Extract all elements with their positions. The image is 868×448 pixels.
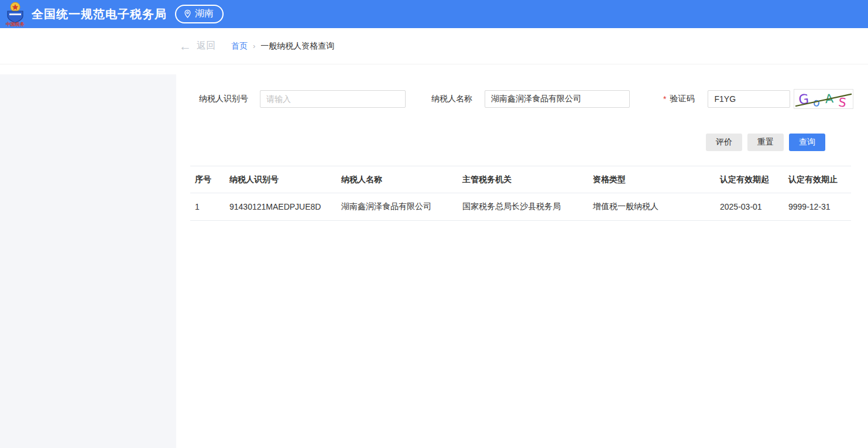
table-row: 1 91430121MAEDPJUE8D 湖南鑫润泽食品有限公司 国家税务总局长…	[190, 193, 851, 221]
col-header-qualification-type: 资格类型	[588, 166, 715, 193]
results-table: 序号 纳税人识别号 纳税人名称 主管税务机关 资格类型 认定有效期起 认定有效期…	[190, 166, 851, 221]
page-background: 纳税人识别号 纳税人名称 * 验证码 G o A S	[0, 74, 868, 448]
content-panel: 纳税人识别号 纳税人名称 * 验证码 G o A S	[176, 74, 868, 448]
taxpayer-name-group: 纳税人名称	[431, 90, 630, 108]
captcha-group: * 验证码 G o A S	[663, 89, 853, 109]
reset-button[interactable]: 重置	[747, 134, 784, 151]
col-header-taxpayer-name: 纳税人名称	[337, 166, 458, 193]
cell-valid-from: 2025-03-01	[715, 193, 784, 221]
location-label: 湖南	[195, 8, 214, 20]
query-button[interactable]: 查询	[789, 134, 825, 151]
captcha-letters: G o A S	[794, 90, 853, 108]
app-header: 中国税务 全国统一规范电子税务局 湖南	[0, 0, 868, 28]
breadcrumb-home-link[interactable]: 首页	[231, 41, 248, 52]
action-buttons: 评价 重置 查询	[176, 134, 868, 151]
location-pin-icon	[183, 9, 192, 18]
captcha-label: 验证码	[670, 94, 694, 104]
cell-qualification-type: 增值税一般纳税人	[588, 193, 715, 221]
logo-caption: 中国税务	[6, 22, 25, 26]
tax-bureau-logo-icon: 中国税务	[5, 2, 26, 26]
query-form: 纳税人识别号 纳税人名称 * 验证码 G o A S	[176, 89, 868, 109]
col-header-valid-from: 认定有效期起	[715, 166, 784, 193]
back-button[interactable]: 返回	[197, 40, 215, 52]
breadcrumb-bar: ← 返回 首页 › 一般纳税人资格查询	[0, 28, 868, 64]
taxpayer-name-input[interactable]	[485, 90, 630, 108]
app-title: 全国统一规范电子税务局	[32, 6, 167, 22]
taxpayer-id-group: 纳税人识别号	[199, 90, 406, 108]
col-header-taxpayer-id: 纳税人识别号	[225, 166, 337, 193]
breadcrumb-separator: ›	[253, 42, 255, 50]
cell-tax-authority: 国家税务总局长沙县税务局	[458, 193, 588, 221]
required-asterisk: *	[663, 94, 666, 104]
captcha-image[interactable]: G o A S	[794, 89, 853, 109]
taxpayer-id-label: 纳税人识别号	[199, 94, 248, 104]
evaluate-button[interactable]: 评价	[706, 134, 742, 151]
captcha-input[interactable]	[708, 90, 790, 108]
breadcrumb-current-page: 一般纳税人资格查询	[260, 41, 334, 52]
cell-valid-to: 9999-12-31	[784, 193, 851, 221]
col-header-seq: 序号	[190, 166, 225, 193]
cell-seq: 1	[190, 193, 225, 221]
back-arrow-icon[interactable]: ←	[179, 40, 191, 52]
location-selector[interactable]: 湖南	[175, 5, 224, 23]
cell-taxpayer-name: 湖南鑫润泽食品有限公司	[337, 193, 458, 221]
cell-taxpayer-id: 91430121MAEDPJUE8D	[225, 193, 337, 221]
col-header-valid-to: 认定有效期止	[784, 166, 851, 193]
col-header-tax-authority: 主管税务机关	[458, 166, 588, 193]
table-header-row: 序号 纳税人识别号 纳税人名称 主管税务机关 资格类型 认定有效期起 认定有效期…	[190, 166, 851, 193]
taxpayer-id-input[interactable]	[260, 90, 406, 108]
taxpayer-name-label: 纳税人名称	[431, 94, 472, 104]
